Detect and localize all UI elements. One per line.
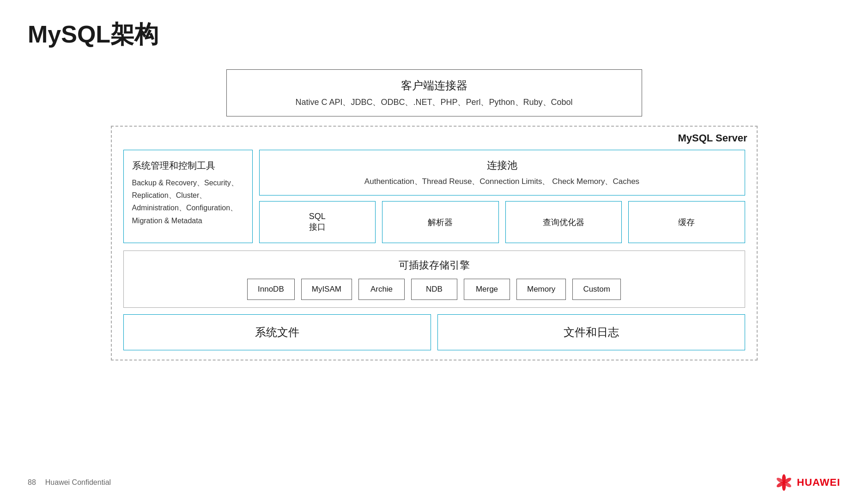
sql-interface-box: SQL接口: [259, 201, 376, 243]
parser-label: 解析器: [428, 217, 453, 228]
optimizer-label: 查询优化器: [543, 217, 584, 228]
engine-memory-label: Memory: [527, 285, 555, 293]
server-label: MySQL Server: [678, 132, 747, 144]
page-title: MySQL架构: [28, 18, 840, 51]
engine-custom: Custom: [572, 279, 621, 300]
engine-myisam-label: MyISAM: [312, 285, 341, 293]
storage-engine-section: 可插拔存储引擎 InnoDB MyISAM Archie NDB: [123, 250, 745, 308]
engine-merge: Merge: [464, 279, 510, 300]
conn-pool-box: 连接池 Authentication、Thread Reuse、Connecti…: [259, 150, 745, 196]
engine-innodb: InnoDB: [247, 279, 295, 300]
sql-interface-label: SQL接口: [309, 212, 326, 232]
engine-custom-label: Custom: [583, 285, 610, 293]
huawei-logo: HUAWEI: [775, 473, 840, 492]
client-connector-box: 客户端连接器 Native C API、JDBC、ODBC、.NET、PHP、P…: [226, 69, 642, 116]
system-mgmt-box: 系统管理和控制工具 Backup & Recovery、Security、Rep…: [123, 150, 253, 243]
confidential-text: Huawei Confidential: [45, 478, 111, 487]
conn-pool-title: 连接池: [269, 159, 735, 172]
page: MySQL架构 客户端连接器 Native C API、JDBC、ODBC、.N…: [0, 0, 868, 501]
main-content: 客户端连接器 Native C API、JDBC、ODBC、.NET、PHP、P…: [28, 69, 840, 360]
footer-right: HUAWEI: [775, 473, 840, 492]
page-number: 88: [28, 478, 36, 487]
cache-label: 缓存: [678, 217, 695, 228]
footer-left: 88 Huawei Confidential: [28, 478, 111, 487]
conn-pool-content: Authentication、Thread Reuse、Connection L…: [269, 176, 735, 187]
engine-ndb: NDB: [411, 279, 457, 300]
engine-ndb-label: NDB: [426, 285, 443, 293]
bottom-row: 系统文件 文件和日志: [123, 314, 745, 350]
cache-box: 缓存: [628, 201, 745, 243]
engine-archie: Archie: [358, 279, 405, 300]
optimizer-box: 查询优化器: [505, 201, 622, 243]
engine-merge-label: Merge: [476, 285, 498, 293]
right-panel: 连接池 Authentication、Thread Reuse、Connecti…: [259, 150, 745, 243]
huawei-flower-icon: [775, 473, 793, 492]
system-mgmt-content: Backup & Recovery、Security、Replication、C…: [132, 177, 244, 227]
engine-row: InnoDB MyISAM Archie NDB Merge: [133, 279, 735, 300]
file-log-box: 文件和日志: [437, 314, 745, 350]
engine-archie-label: Archie: [370, 285, 393, 293]
client-connector-subtitle: Native C API、JDBC、ODBC、.NET、PHP、Perl、Pyt…: [255, 97, 614, 108]
engine-innodb-label: InnoDB: [258, 285, 284, 293]
server-box: MySQL Server 系统管理和控制工具 Backup & Recovery…: [111, 126, 758, 360]
system-files-box: 系统文件: [123, 314, 431, 350]
storage-engine-title: 可插拔存储引擎: [133, 258, 735, 272]
client-connector-title: 客户端连接器: [255, 78, 614, 93]
footer: 88 Huawei Confidential: [28, 473, 840, 492]
system-files-label: 系统文件: [255, 326, 299, 338]
engine-myisam: MyISAM: [301, 279, 352, 300]
sql-row: SQL接口 解析器 查询优化器 缓存: [259, 201, 745, 243]
file-log-label: 文件和日志: [564, 326, 619, 338]
parser-box: 解析器: [382, 201, 499, 243]
system-mgmt-title: 系统管理和控制工具: [132, 159, 244, 172]
top-row: 系统管理和控制工具 Backup & Recovery、Security、Rep…: [123, 150, 745, 243]
engine-memory: Memory: [516, 279, 566, 300]
huawei-brand-text: HUAWEI: [797, 477, 840, 489]
